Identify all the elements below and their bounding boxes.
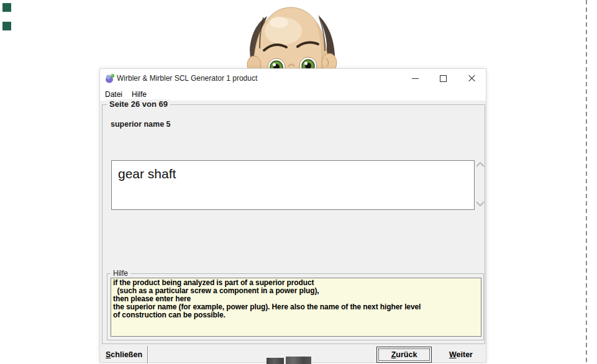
close-icon [468, 75, 475, 82]
maximize-icon [440, 75, 447, 82]
page-groupbox-label: Seite 26 von 69 [107, 99, 170, 109]
bottom-fragment-right [286, 357, 311, 364]
menu-datei[interactable]: Datei [101, 89, 127, 100]
scroll-down-icon[interactable] [475, 200, 485, 207]
window-title: Wirbler & Mirbler SCL Generator 1 produc… [117, 74, 257, 83]
app-window: Wirbler & Mirbler SCL Generator 1 produc… [99, 68, 486, 363]
menubar: Datei Hilfe [100, 88, 486, 101]
minimize-button[interactable] [406, 69, 424, 88]
weiter-button[interactable]: Weiter [439, 346, 483, 363]
bottom-fragment-left [267, 358, 284, 364]
scroll-up-icon[interactable] [475, 161, 485, 168]
help-groupbox-label: Hilfe [111, 269, 130, 278]
titlebar[interactable]: Wirbler & Mirbler SCL Generator 1 produc… [100, 69, 486, 88]
help-text: if the product being analyzed is part of… [111, 278, 481, 337]
zurueck-button[interactable]: Zurück [376, 347, 432, 363]
close-button[interactable] [462, 69, 481, 88]
menu-hilfe[interactable]: Hilfe [127, 89, 151, 100]
help-groupbox: Hilfe if the product being analyzed is p… [107, 273, 484, 340]
app-icon [105, 73, 115, 83]
field-label: superior name 5 [111, 120, 171, 129]
schliessen-button[interactable]: Schließen [102, 346, 148, 363]
minimize-icon [412, 78, 419, 79]
ear-right [322, 53, 337, 69]
desktop-marker-bottom [2, 22, 11, 30]
cartoon-head-image [245, 5, 338, 69]
desktop-marker-top [2, 3, 11, 12]
superior-name-textarea[interactable]: gear shaft [111, 160, 475, 210]
maximize-button[interactable] [434, 69, 452, 88]
page-groupbox: Seite 26 von 69 superior name 5 gear sha… [102, 104, 485, 344]
page-boundary-dashed-line [586, 0, 587, 364]
